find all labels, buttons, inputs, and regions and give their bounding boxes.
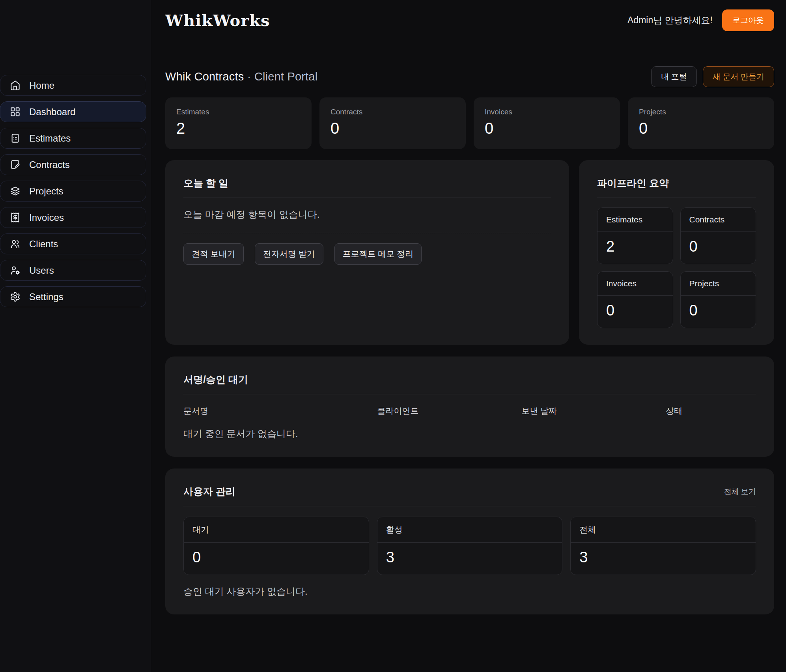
pipeline-card-projects: Projects 0 [680, 271, 756, 328]
sidebar-item-settings[interactable]: Settings [0, 286, 146, 307]
page-title: Whik Contracts · Client Portal [165, 70, 317, 83]
user-empty-message: 승인 대기 사용자가 없습니다. [183, 585, 756, 598]
stat-label: Contracts [330, 108, 455, 116]
user-management-title-row: 사용자 관리 전체 보기 [183, 485, 756, 506]
pipeline-card-value: 0 [681, 296, 756, 328]
stat-card-projects: Projects 0 [628, 97, 774, 149]
pending-empty-message: 대기 중인 문서가 없습니다. [183, 427, 756, 440]
column-status: 상태 [666, 405, 756, 416]
sidebar-item-contracts[interactable]: Contracts [0, 154, 146, 175]
sidebar-item-label: Dashboard [29, 106, 75, 118]
sidebar-item-invoices[interactable]: Invoices [0, 207, 146, 228]
sidebar-nav: Home Dashboard Estimates Contracts Proje… [0, 0, 151, 307]
logout-button[interactable]: 로그아웃 [722, 9, 774, 31]
stat-value: 0 [330, 119, 455, 137]
sidebar-item-label: Contracts [29, 159, 70, 170]
sidebar-item-home[interactable]: Home [0, 75, 146, 96]
user-card-value: 3 [377, 543, 562, 575]
quick-actions: 견적 보내기 전자서명 받기 프로젝트 메모 정리 [183, 243, 551, 265]
pipeline-card-value: 0 [681, 232, 756, 264]
pipeline-card-label: Contracts [681, 208, 756, 232]
organize-project-notes-button[interactable]: 프로젝트 메모 정리 [334, 243, 422, 265]
user-management-title: 사용자 관리 [183, 485, 235, 498]
user-greeting: Admin님 안녕하세요! [627, 14, 713, 26]
pipeline-grid: Estimates 2 Contracts 0 Invoices 0 Proje… [597, 207, 756, 328]
stat-value: 0 [485, 119, 609, 137]
pipeline-card-label: Estimates [597, 208, 673, 232]
pipeline-card-estimates: Estimates 2 [597, 207, 673, 264]
my-portal-button[interactable]: 내 포털 [651, 66, 697, 87]
title-actions: 내 포털 새 문서 만들기 [651, 66, 774, 87]
pipeline-card-value: 0 [597, 296, 673, 328]
contract-pen-icon [10, 159, 21, 170]
panels-row: 오늘 할 일 오늘 마감 예정 항목이 없습니다. 견적 보내기 전자서명 받기… [165, 160, 774, 345]
home-icon [10, 80, 21, 91]
pending-panel-title: 서명/승인 대기 [183, 373, 756, 394]
user-card-active: 활성 3 [377, 517, 563, 575]
stat-value: 2 [176, 119, 301, 137]
stat-card-contracts: Contracts 0 [319, 97, 466, 149]
send-estimate-button[interactable]: 견적 보내기 [183, 243, 244, 265]
pipeline-card-invoices: Invoices 0 [597, 271, 673, 328]
sidebar-item-dashboard[interactable]: Dashboard [0, 101, 146, 122]
today-panel-title: 오늘 할 일 [183, 177, 551, 198]
stat-label: Invoices [485, 108, 609, 116]
user-card-value: 0 [184, 543, 369, 575]
pending-table-header: 문서명 클라이언트 보낸 날짜 상태 [183, 405, 756, 416]
get-esignature-button[interactable]: 전자서명 받기 [255, 243, 323, 265]
pipeline-card-label: Projects [681, 272, 756, 296]
column-document-name: 문서명 [183, 405, 377, 416]
estimate-file-icon [10, 133, 21, 144]
user-stats-grid: 대기 0 활성 3 전체 3 [183, 517, 756, 575]
stat-label: Estimates [176, 108, 301, 116]
dashed-divider [183, 233, 551, 233]
sidebar-item-clients[interactable]: Clients [0, 233, 146, 254]
stat-card-invoices: Invoices 0 [474, 97, 620, 149]
pipeline-panel-title: 파이프라인 요약 [597, 177, 756, 198]
top-bar: WhikWorks Admin님 안녕하세요! 로그아웃 [165, 0, 774, 32]
user-card-label: 전체 [571, 517, 756, 543]
dashboard-grid-icon [10, 106, 21, 117]
new-document-button[interactable]: 새 문서 만들기 [703, 66, 774, 87]
today-panel: 오늘 할 일 오늘 마감 예정 항목이 없습니다. 견적 보내기 전자서명 받기… [165, 160, 569, 345]
main-area: WhikWorks Admin님 안녕하세요! 로그아웃 Whik Contra… [151, 0, 786, 672]
sidebar-item-label: Projects [29, 186, 63, 197]
user-card-label: 대기 [184, 517, 369, 543]
user-card-value: 3 [571, 543, 756, 575]
user-card-pending: 대기 0 [183, 517, 369, 575]
layers-icon [10, 186, 21, 196]
receipt-icon [10, 212, 21, 223]
sidebar-item-label: Users [29, 265, 54, 276]
stats-row: Estimates 2 Contracts 0 Invoices 0 Proje… [165, 97, 774, 149]
topbar-right: Admin님 안녕하세요! 로그아웃 [627, 9, 774, 31]
column-client: 클라이언트 [377, 405, 522, 416]
page-title-main: Whik Contracts [165, 70, 244, 83]
user-card-total: 전체 3 [570, 517, 756, 575]
stat-value: 0 [639, 119, 763, 137]
stat-label: Projects [639, 108, 763, 116]
column-sent-date: 보낸 날짜 [521, 405, 666, 416]
sidebar-item-label: Settings [29, 291, 63, 302]
sidebar-item-label: Estimates [29, 133, 71, 144]
pipeline-card-label: Invoices [597, 272, 673, 296]
app-logo: WhikWorks [165, 11, 270, 30]
sidebar-item-projects[interactable]: Projects [0, 181, 146, 202]
gear-icon [10, 291, 21, 302]
user-management-panel: 사용자 관리 전체 보기 대기 0 활성 3 전체 3 승인 대기 사용자가 없… [165, 469, 774, 614]
page-title-row: Whik Contracts · Client Portal 내 포털 새 문서… [165, 66, 774, 87]
pipeline-panel: 파이프라인 요약 Estimates 2 Contracts 0 Invoice… [579, 160, 774, 345]
view-all-link[interactable]: 전체 보기 [724, 487, 756, 497]
today-empty-message: 오늘 마감 예정 항목이 없습니다. [183, 208, 551, 221]
page-title-sub: · Client Portal [247, 70, 318, 83]
sidebar: Home Dashboard Estimates Contracts Proje… [0, 0, 151, 672]
pipeline-card-value: 2 [597, 232, 673, 264]
sidebar-item-label: Home [29, 80, 54, 91]
users-group-icon [10, 239, 21, 249]
sidebar-item-users[interactable]: Users [0, 260, 146, 281]
pipeline-card-contracts: Contracts 0 [680, 207, 756, 264]
sidebar-item-label: Clients [29, 239, 58, 250]
sidebar-item-estimates[interactable]: Estimates [0, 128, 146, 149]
user-gear-icon [10, 265, 21, 276]
user-card-label: 활성 [377, 517, 562, 543]
stat-card-estimates: Estimates 2 [165, 97, 312, 149]
